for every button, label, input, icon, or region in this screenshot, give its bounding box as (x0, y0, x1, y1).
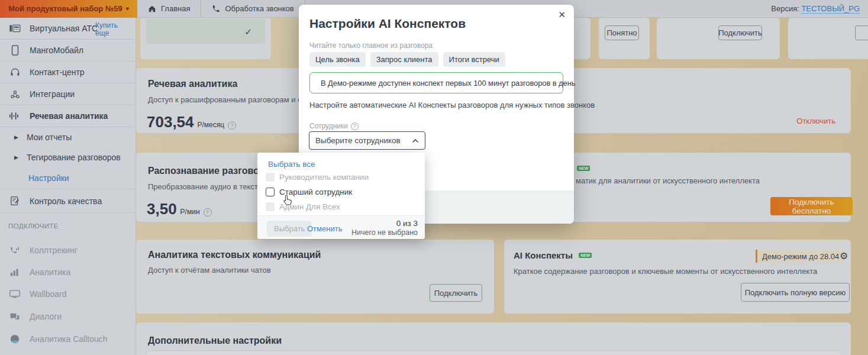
checkbox-disabled (266, 173, 275, 182)
topic-chips: Цель звонка Запрос клиента Итоги встречи (309, 52, 505, 67)
chip-client-request: Запрос клиента (370, 52, 438, 67)
modal-subtitle: Читайте только главное из разговора (309, 41, 433, 50)
selection-status: Ничего не выбрано (351, 228, 418, 237)
dropdown-option-company-head: Руководитель компании (266, 173, 369, 182)
checkbox-unchecked[interactable] (266, 188, 275, 196)
demo-info-text: В Демо-режиме доступен конспект первых 1… (321, 79, 575, 88)
select-placeholder: Выберите сотрудников (315, 136, 401, 145)
checkbox-disabled (266, 202, 275, 211)
dropdown-footer: Выбрать Отменить 0 из 3 Ничего не выбран… (257, 215, 425, 239)
selection-count: 0 из 3 (396, 219, 418, 228)
cursor-pointer-icon (283, 194, 293, 205)
demo-info-box: В Демо-режиме доступен конспект первых 1… (309, 72, 563, 93)
employees-label-text: Сотрудники (309, 122, 348, 130)
chevron-up-icon (412, 138, 419, 143)
app-root: Мой продуктовый набор №59 ▾ Главная Обра… (0, 0, 868, 355)
employees-label: Сотрудники ? (309, 122, 359, 130)
modal-title: Настройки AI Конспектов (309, 17, 466, 31)
dropdown-option-senior-employee[interactable]: Старший сотрудник (266, 188, 352, 196)
dropdown-option-admin-for-all: Админ Для Всех (266, 202, 340, 211)
question-icon[interactable]: ? (351, 122, 359, 130)
chip-call-goal: Цель звонка (309, 52, 366, 67)
modal-paragraph: Настройте автоматические AI Конспекты ра… (309, 101, 595, 109)
apply-button[interactable]: Выбрать (267, 221, 312, 237)
employees-select[interactable]: Выберите сотрудников (309, 131, 425, 150)
chip-meeting-results: Итоги встречи (443, 52, 505, 67)
close-icon[interactable]: ✕ (558, 9, 566, 20)
select-all-link[interactable]: Выбрать все (268, 160, 315, 169)
cancel-link[interactable]: Отменить (307, 224, 342, 233)
option-label: Руководитель компании (279, 173, 369, 182)
